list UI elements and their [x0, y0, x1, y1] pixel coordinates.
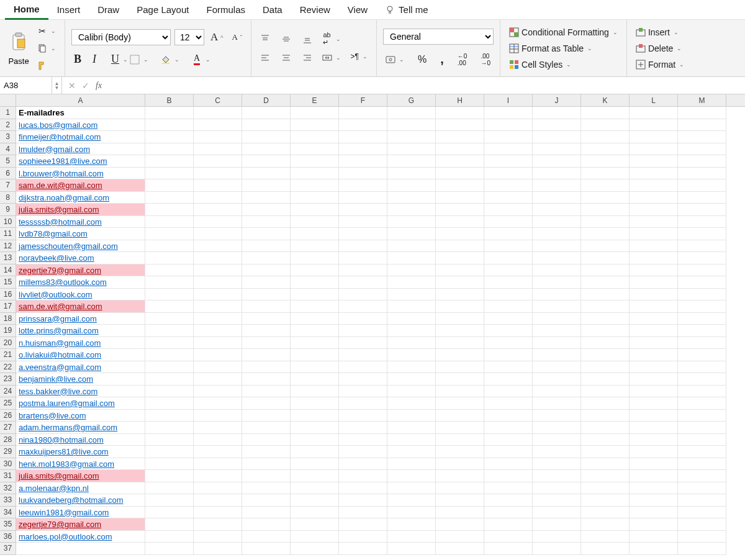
cell-E11[interactable]	[291, 228, 339, 240]
cell-F5[interactable]	[339, 155, 387, 168]
cell-M29[interactable]	[678, 446, 726, 458]
cell-G30[interactable]	[387, 458, 436, 471]
cell-I27[interactable]	[484, 422, 533, 434]
cell-B3[interactable]	[145, 131, 194, 143]
cell-C34[interactable]	[194, 507, 242, 519]
cell-H29[interactable]	[436, 446, 484, 458]
cell-L17[interactable]	[630, 300, 678, 313]
cell-B28[interactable]	[145, 434, 194, 446]
cell-J14[interactable]	[533, 264, 581, 277]
cell-M2[interactable]	[678, 119, 726, 132]
cell-K4[interactable]	[581, 143, 630, 156]
row-header-34[interactable]: 34	[0, 507, 16, 519]
cell-D8[interactable]	[242, 192, 291, 204]
font-size-select[interactable]: 12	[174, 29, 204, 45]
row-header-18[interactable]: 18	[0, 313, 16, 325]
cell-F27[interactable]	[339, 422, 387, 434]
italic-button[interactable]: I	[90, 52, 101, 67]
cell-A30[interactable]: henk.mol1983@gmail.com	[16, 458, 145, 471]
cell-K22[interactable]	[581, 361, 630, 374]
cell-J25[interactable]	[533, 397, 581, 410]
cell-L3[interactable]	[630, 131, 678, 143]
fill-color-button[interactable]: ⌄	[158, 53, 182, 66]
cell-J16[interactable]	[533, 289, 581, 301]
cell-G20[interactable]	[387, 337, 436, 350]
cell-M18[interactable]	[678, 313, 726, 325]
cell-A6[interactable]: l.brouwer@hotmail.com	[16, 168, 145, 180]
cell-M10[interactable]	[678, 216, 726, 228]
cell-H9[interactable]	[436, 204, 484, 216]
cell-H17[interactable]	[436, 300, 484, 313]
cell-M1[interactable]	[678, 107, 726, 119]
cell-F26[interactable]	[339, 410, 387, 422]
cell-J35[interactable]	[533, 518, 581, 531]
cell-F10[interactable]	[339, 216, 387, 228]
cell-J28[interactable]	[533, 434, 581, 446]
cell-F7[interactable]	[339, 179, 387, 192]
cell-D25[interactable]	[242, 397, 291, 410]
cell-M37[interactable]	[678, 543, 726, 555]
cell-F2[interactable]	[339, 119, 387, 132]
cell-G8[interactable]	[387, 192, 436, 204]
cell-C8[interactable]	[194, 192, 242, 204]
cell-A10[interactable]: tesssssb@hotmail.com	[16, 216, 145, 228]
cell-D31[interactable]	[242, 470, 291, 482]
row-header-13[interactable]: 13	[0, 252, 16, 264]
cell-F36[interactable]	[339, 531, 387, 543]
cell-K27[interactable]	[581, 422, 630, 434]
cell-F6[interactable]	[339, 168, 387, 180]
cell-G34[interactable]	[387, 507, 436, 519]
cell-K11[interactable]	[581, 228, 630, 240]
column-header-A[interactable]: A	[16, 94, 145, 106]
cell-H34[interactable]	[436, 507, 484, 519]
cell-E26[interactable]	[291, 410, 339, 422]
cell-E20[interactable]	[291, 337, 339, 350]
cell-H30[interactable]	[436, 458, 484, 471]
cell-D2[interactable]	[242, 119, 291, 132]
cell-I16[interactable]	[484, 289, 533, 301]
wrap-text-button[interactable]: ab↵⌄	[320, 33, 343, 45]
row-header-11[interactable]: 11	[0, 228, 16, 240]
cell-I37[interactable]	[484, 543, 533, 555]
cell-G37[interactable]	[387, 543, 436, 555]
column-header-B[interactable]: B	[145, 94, 194, 106]
cell-I33[interactable]	[484, 494, 533, 507]
column-header-C[interactable]: C	[194, 94, 242, 106]
cell-A13[interactable]: noravbeek@live.com	[16, 252, 145, 264]
cell-C6[interactable]	[194, 168, 242, 180]
cell-L14[interactable]	[630, 264, 678, 277]
cell-B4[interactable]	[145, 143, 194, 156]
cell-F34[interactable]	[339, 507, 387, 519]
cell-E14[interactable]	[291, 264, 339, 277]
tab-data[interactable]: Data	[254, 1, 291, 19]
cell-C7[interactable]	[194, 179, 242, 192]
merge-button[interactable]: ⌄	[320, 52, 343, 64]
cell-D24[interactable]	[242, 386, 291, 398]
cell-D15[interactable]	[242, 276, 291, 289]
row-header-2[interactable]: 2	[0, 119, 16, 132]
cell-H26[interactable]	[436, 410, 484, 422]
cell-A9[interactable]: julia.smits@gmail.com	[16, 204, 145, 216]
row-header-4[interactable]: 4	[0, 143, 16, 156]
cell-J4[interactable]	[533, 143, 581, 156]
cell-J36[interactable]	[533, 531, 581, 543]
cell-E18[interactable]	[291, 313, 339, 325]
cell-E24[interactable]	[291, 386, 339, 398]
accept-formula-button[interactable]: ✓	[82, 81, 89, 91]
cell-J31[interactable]	[533, 470, 581, 482]
cell-B15[interactable]	[145, 276, 194, 289]
cell-H13[interactable]	[436, 252, 484, 264]
column-header-E[interactable]: E	[291, 94, 339, 106]
row-header-26[interactable]: 26	[0, 410, 16, 422]
cell-K21[interactable]	[581, 349, 630, 361]
cancel-formula-button[interactable]: ✕	[68, 81, 76, 91]
cell-H14[interactable]	[436, 264, 484, 277]
number-format-select[interactable]: General	[383, 29, 494, 45]
cell-J1[interactable]	[533, 107, 581, 119]
cell-D32[interactable]	[242, 482, 291, 495]
cell-L20[interactable]	[630, 337, 678, 350]
cell-H20[interactable]	[436, 337, 484, 350]
cell-B13[interactable]	[145, 252, 194, 264]
cell-F13[interactable]	[339, 252, 387, 264]
cell-G29[interactable]	[387, 446, 436, 458]
